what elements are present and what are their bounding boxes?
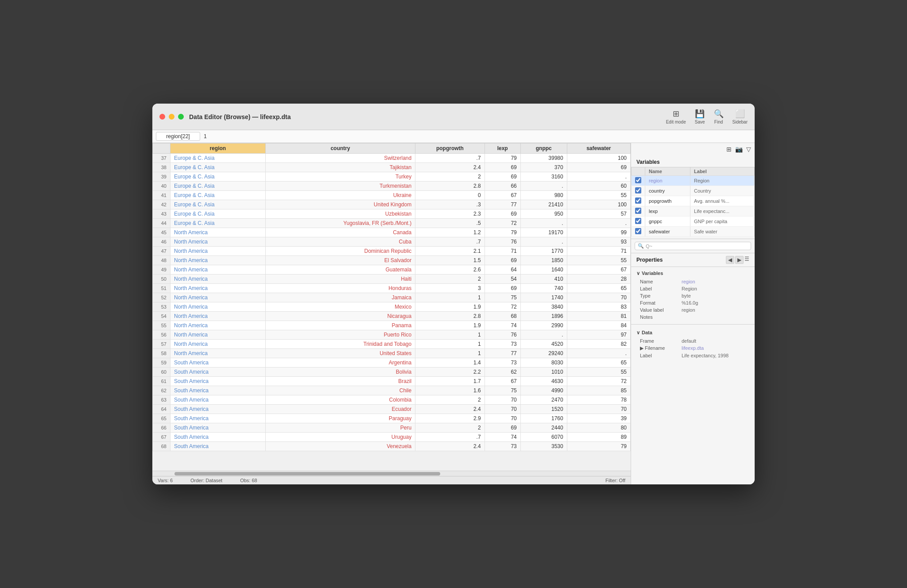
col-header-popgrowth[interactable]: popgrowth bbox=[415, 143, 485, 154]
search-placeholder[interactable]: Q~ bbox=[646, 244, 652, 249]
var-checkbox[interactable] bbox=[635, 197, 641, 204]
var-checkbox[interactable] bbox=[635, 187, 641, 193]
camera-icon[interactable]: 📷 bbox=[735, 146, 743, 153]
minimize-button[interactable] bbox=[169, 114, 174, 120]
close-button[interactable] bbox=[159, 114, 165, 120]
col-header-gnppc[interactable]: gnppc bbox=[520, 143, 567, 154]
table-row[interactable]: 43 Europe & C. Asia Uzbekistan 2.3 69 95… bbox=[153, 209, 631, 219]
gnppc-cell: 4520 bbox=[520, 340, 567, 349]
table-row[interactable]: 37 Europe & C. Asia Switzerland .7 79 39… bbox=[153, 154, 631, 163]
lexp-cell: 73 bbox=[485, 442, 520, 451]
maximize-button[interactable] bbox=[178, 114, 184, 120]
table-row[interactable]: 68 South America Venezuela 2.4 73 3530 7… bbox=[153, 442, 631, 451]
table-row[interactable]: 46 North America Cuba .7 76 . 93 bbox=[153, 237, 631, 247]
table-row[interactable]: 67 South America Uruguay .7 74 6070 89 bbox=[153, 433, 631, 442]
table-row[interactable]: 44 Europe & C. Asia Yugoslavia, FR (Serb… bbox=[153, 219, 631, 228]
gnppc-cell: 1896 bbox=[520, 312, 567, 321]
country-cell: United States bbox=[265, 349, 415, 358]
variable-row[interactable]: safewater Safe water bbox=[632, 227, 755, 237]
variable-row[interactable]: region Region bbox=[632, 176, 755, 186]
variable-row[interactable]: popgrowth Avg. annual %... bbox=[632, 196, 755, 206]
country-cell: Honduras bbox=[265, 284, 415, 293]
var-checkbox-cell[interactable] bbox=[632, 227, 645, 237]
table-row[interactable]: 57 North America Trinidad and Tobago 1 7… bbox=[153, 340, 631, 349]
table-row[interactable]: 55 North America Panama 1.9 74 2990 84 bbox=[153, 321, 631, 330]
var-checkbox-cell[interactable] bbox=[632, 196, 645, 206]
col-header-region[interactable]: region bbox=[171, 143, 266, 154]
lexp-cell: 75 bbox=[485, 293, 520, 302]
cell-reference[interactable]: region[22] bbox=[156, 132, 200, 141]
prop-label-val: Region bbox=[682, 286, 749, 291]
table-row[interactable]: 50 North America Haiti 2 54 410 28 bbox=[153, 275, 631, 284]
table-row[interactable]: 49 North America Guatemala 2.6 64 1640 6… bbox=[153, 265, 631, 275]
sidebar-button[interactable]: ⬜ Sidebar bbox=[733, 109, 748, 124]
table-row[interactable]: 64 South America Ecuador 2.4 70 1520 70 bbox=[153, 405, 631, 414]
region-cell: South America bbox=[171, 442, 266, 451]
table-row[interactable]: 66 South America Peru 2 69 2440 80 bbox=[153, 423, 631, 433]
popgrowth-cell: 2.2 bbox=[415, 368, 485, 377]
scrollbar-thumb[interactable] bbox=[174, 472, 440, 476]
row-num: 51 bbox=[153, 284, 171, 293]
variable-row[interactable]: gnppc GNP per capita bbox=[632, 217, 755, 227]
filter-icon[interactable]: ▽ bbox=[746, 146, 751, 153]
var-checkbox[interactable] bbox=[635, 177, 641, 183]
var-checkbox-cell[interactable] bbox=[632, 217, 645, 227]
col-header-country[interactable]: country bbox=[265, 143, 415, 154]
table-row[interactable]: 41 Europe & C. Asia Ukraine 0 67 980 55 bbox=[153, 191, 631, 200]
var-checkbox-cell[interactable] bbox=[632, 186, 645, 196]
var-checkbox-cell[interactable] bbox=[632, 176, 645, 186]
var-checkbox[interactable] bbox=[635, 208, 641, 214]
var-checkbox-cell[interactable] bbox=[632, 206, 645, 217]
table-row[interactable]: 47 North America Dominican Republic 2.1 … bbox=[153, 247, 631, 256]
table-row[interactable]: 65 South America Paraguay 2.9 70 1760 39 bbox=[153, 414, 631, 423]
prop-datalabel-val: Life expectancy, 1998 bbox=[682, 353, 749, 358]
table-container[interactable]: region country popgrowth lexp gnppc safe… bbox=[152, 143, 631, 471]
table-row[interactable]: 42 Europe & C. Asia United Kingdom .3 77… bbox=[153, 200, 631, 209]
search-box[interactable]: 🔍 Q~ bbox=[635, 242, 751, 250]
col-header-safewater[interactable]: safewater bbox=[567, 143, 630, 154]
table-row[interactable]: 56 North America Puerto Rico 1 76 . 97 bbox=[153, 330, 631, 340]
col-header-lexp[interactable]: lexp bbox=[485, 143, 520, 154]
safewater-cell: 83 bbox=[567, 302, 630, 312]
variable-row[interactable]: lexp Life expectanc... bbox=[632, 206, 755, 217]
table-row[interactable]: 54 North America Nicaragua 2.8 68 1896 8… bbox=[153, 312, 631, 321]
prop-name-key: Name bbox=[640, 279, 680, 284]
row-num: 56 bbox=[153, 330, 171, 340]
table-row[interactable]: 38 Europe & C. Asia Tajikistan 2.4 69 37… bbox=[153, 163, 631, 172]
table-row[interactable]: 61 South America Brazil 1.7 67 4630 72 bbox=[153, 377, 631, 386]
lexp-cell: 70 bbox=[485, 405, 520, 414]
table-row[interactable]: 45 North America Canada 1.2 79 19170 99 bbox=[153, 228, 631, 237]
variable-row[interactable]: country Country bbox=[632, 186, 755, 196]
table-row[interactable]: 60 South America Bolivia 2.2 62 1010 55 bbox=[153, 368, 631, 377]
row-num: 64 bbox=[153, 405, 171, 414]
country-cell: El Salvador bbox=[265, 256, 415, 265]
prop-valuelabel-row: Value label region bbox=[631, 306, 755, 313]
gnppc-cell: . bbox=[520, 182, 567, 191]
window-title: Data Editor (Browse) — lifeexp.dta bbox=[189, 113, 291, 120]
prop-nav-prev[interactable]: ◀ bbox=[726, 256, 734, 264]
find-button[interactable]: 🔍 Find bbox=[714, 109, 724, 124]
gnppc-cell: 1520 bbox=[520, 405, 567, 414]
table-row[interactable]: 62 South America Chile 1.6 75 4990 85 bbox=[153, 386, 631, 395]
table-row[interactable]: 51 North America Honduras 3 69 740 65 bbox=[153, 284, 631, 293]
properties-nav: ◀ ▶ ☰ bbox=[726, 256, 749, 264]
table-row[interactable]: 63 South America Colombia 2 70 2470 78 bbox=[153, 395, 631, 405]
var-checkbox[interactable] bbox=[635, 218, 641, 224]
table-row[interactable]: 58 North America United States 1 77 2924… bbox=[153, 349, 631, 358]
prop-nav-next[interactable]: ▶ bbox=[735, 256, 744, 264]
table-row[interactable]: 48 North America El Salvador 1.5 69 1850… bbox=[153, 256, 631, 265]
lexp-cell: 67 bbox=[485, 191, 520, 200]
table-row[interactable]: 52 North America Jamaica 1 75 1740 70 bbox=[153, 293, 631, 302]
grid-icon[interactable]: ⊞ bbox=[726, 146, 732, 153]
var-checkbox[interactable] bbox=[635, 228, 641, 234]
table-row[interactable]: 39 Europe & C. Asia Turkey 2 69 3160 . bbox=[153, 172, 631, 182]
save-button[interactable]: 💾 Save bbox=[695, 109, 705, 124]
table-row[interactable]: 40 Europe & C. Asia Turkmenistan 2.8 66 … bbox=[153, 182, 631, 191]
horizontal-scrollbar[interactable] bbox=[152, 471, 631, 476]
safewater-cell: 65 bbox=[567, 284, 630, 293]
edit-mode-button[interactable]: ⊞ Edit mode bbox=[666, 109, 686, 124]
prop-menu-icon[interactable]: ☰ bbox=[744, 256, 749, 264]
sidebar-toolbar: ⊞ 📷 ▽ bbox=[631, 143, 755, 155]
table-row[interactable]: 53 North America Mexico 1.9 72 3840 83 bbox=[153, 302, 631, 312]
table-row[interactable]: 59 South America Argentina 1.4 73 8030 6… bbox=[153, 358, 631, 368]
